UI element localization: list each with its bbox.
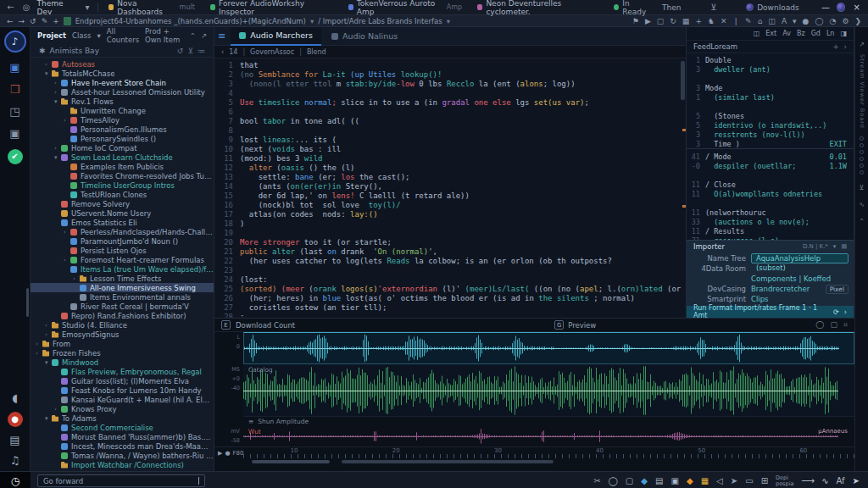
titlebar-tab[interactable]: Nova Dashboards mult: [103, 1, 200, 14]
tree-item[interactable]: UServent.Nome Usery: [31, 208, 214, 218]
tree-chevron-icon[interactable]: ›: [54, 89, 61, 96]
tree-item[interactable]: Morust Banned 'Russ(ammer)b) Bas.4EV: [31, 432, 214, 441]
tray-icon[interactable]: ▤: [655, 476, 663, 485]
tree-item[interactable]: Remove Solvery: [31, 199, 214, 208]
tree-chevron-icon[interactable]: ›: [64, 257, 70, 263]
tool-window-icon[interactable]: ▣: [9, 61, 19, 75]
tree-item[interactable]: Favorites Chrome-resolved Jobs Turkey: [31, 171, 214, 180]
edge-vertical-tab[interactable]: Stream Viewer Board: [859, 54, 865, 129]
importer-field-value[interactable]: Components | Koeffed: [751, 274, 831, 283]
cyan-waveform[interactable]: [244, 333, 839, 363]
tree-item[interactable]: Items La (true Um Wave elapsed)/full: [31, 264, 214, 274]
nav-button-icon[interactable]: ↺: [30, 17, 36, 25]
search-icon[interactable]: ◎: [21, 3, 32, 12]
tree-item[interactable]: ▾ Mindwood: [31, 358, 214, 367]
tree-item[interactable]: ▾ Sewn Lead Learn Clutchside: [31, 152, 214, 162]
downloads-status[interactable]: Downloads: [746, 3, 798, 12]
tree-item[interactable]: Incest, Minescods man Drea'ds-Maam. (Roa…: [31, 441, 214, 451]
titlebar-tab[interactable]: Forever AudioWorkshy Inspector: [205, 1, 338, 14]
breadcrumb-path-2[interactable]: / Import/Adre Labs Brands Interfas: [318, 17, 442, 25]
breadcrumb-item[interactable]: GovernAssoc: [250, 48, 294, 56]
importer-row[interactable]: Name Tree AquaAnalysisHelp (subset): [692, 253, 849, 263]
tree-chevron-icon[interactable]: ▾: [45, 70, 52, 77]
structure-toolbar-icon[interactable]: ◨: [840, 30, 847, 37]
audio-header-icon[interactable]: ▢: [830, 320, 837, 330]
tree-item[interactable]: Emad.) Learnt Autos Mammograms /aplasms(…: [31, 469, 214, 471]
tree-item[interactable]: Guitar loss(list); (l)Moments Elva: [31, 376, 214, 385]
structure-toolbar-icon[interactable]: Av: [782, 30, 791, 37]
tree-item[interactable]: › Frozen Fishes: [31, 348, 214, 358]
tree-item[interactable]: Import Watchbar /Connections): [31, 460, 214, 469]
undo-icon[interactable]: ↺: [177, 47, 184, 55]
nav-button-icon[interactable]: +: [53, 17, 59, 25]
tool-window-icon[interactable]: ◖: [12, 391, 18, 405]
tree-chevron-icon[interactable]: ›: [54, 406, 61, 413]
toolbar-action-icon[interactable]: ◔: [830, 17, 837, 25]
toolbar-action-icon[interactable]: ✕: [721, 17, 727, 25]
tree-item[interactable]: ▾ TotalsMcChase: [31, 69, 214, 78]
run-icon[interactable]: ›: [844, 308, 847, 316]
structure-toolbar-icon[interactable]: Ext: [765, 30, 776, 37]
waveform-track-magenta[interactable]: mV-58 Wut µAnnaeus: [214, 426, 854, 446]
waveform-track-cyan[interactable]: L0: [214, 332, 854, 364]
tree-item[interactable]: › Peerless/Handclasped/Hands-Challenges: [31, 227, 214, 236]
toolbar-action-icon[interactable]: ◫: [768, 17, 776, 25]
tree-item[interactable]: Kansai KeGuard(t + Manuel (hil A. Elam): [31, 395, 214, 404]
minimize-button[interactable]: —: [820, 3, 832, 12]
tool-window-icon[interactable]: ●: [8, 412, 23, 427]
tree-item[interactable]: TestURloan Clones: [31, 190, 214, 199]
editor-scrollbar[interactable]: [681, 61, 685, 281]
go-forward-input[interactable]: Go forward: [37, 474, 205, 487]
tool-window-icon[interactable]: ❒: [10, 83, 20, 97]
tree-item[interactable]: › Asset-hour Lessoned Omission Utility: [31, 87, 214, 97]
tree-item[interactable]: Unwritten Change: [31, 106, 214, 115]
importer-row[interactable]: Components | Koeffed: [692, 274, 849, 284]
tree-chevron-icon[interactable]: ›: [45, 331, 52, 338]
tree-chevron-icon[interactable]: ›: [36, 350, 42, 357]
add-icon[interactable]: +: [832, 42, 838, 51]
back-icon[interactable]: ←: [5, 3, 16, 12]
edge-zoom-icon[interactable]: ⊻: [860, 184, 865, 191]
importer-caret-icon[interactable]: ▾: [833, 243, 837, 250]
importer-pin-icon[interactable]: ▤: [841, 243, 847, 250]
toolbar-action-icon[interactable]: ◯: [815, 17, 823, 25]
tree-item[interactable]: Examples Item Publicis: [31, 162, 214, 171]
tray-icon[interactable]: ◁: [716, 476, 723, 485]
tree-item[interactable]: Flas Preview, Embryonomous, Regal: [31, 367, 214, 376]
breadcrumb-back-icon[interactable]: ‹: [221, 48, 224, 56]
green-waveform[interactable]: [243, 364, 838, 417]
titlebar-tab[interactable]: TokenVerrous Auroto Amp Amp: [343, 1, 467, 14]
structure-toolbar-icon[interactable]: Gd: [811, 30, 821, 37]
tree-item[interactable]: ▾ Rev.1 Flows: [31, 97, 214, 106]
nav-button-icon[interactable]: ←: [7, 17, 14, 25]
tree-item[interactable]: › Lesson Time Effects: [31, 274, 214, 283]
toolbar-action-icon[interactable]: ⚙: [842, 17, 849, 25]
tree-item[interactable]: › From: [31, 339, 214, 348]
tree-chevron-icon[interactable]: ▾: [45, 415, 52, 422]
tool-window-icon[interactable]: ▤: [9, 434, 19, 447]
edge-wave-icon[interactable]: ∿: [859, 201, 865, 208]
nav-button-icon[interactable]: ✎: [42, 17, 48, 25]
importer-field-value[interactable]: AquaAnalysisHelp (subset): [751, 253, 849, 263]
tree-chevron-icon[interactable]: ›: [64, 117, 70, 124]
record-icon[interactable]: ●: [225, 450, 230, 457]
tree-chevron-icon[interactable]: ›: [45, 61, 52, 68]
pointer-icon[interactable]: ➤: [853, 476, 860, 485]
path-caret-icon[interactable]: ▾: [310, 17, 314, 25]
tree-chevron-icon[interactable]: ›: [36, 341, 42, 347]
tree-chevron-icon[interactable]: ▾: [54, 154, 61, 161]
activity-scrollbar[interactable]: [26, 288, 29, 317]
tree-item[interactable]: Emos Statistics Eli: [31, 218, 214, 227]
class-tab[interactable]: Class: [72, 31, 91, 40]
tray-icon[interactable]: ⊞: [761, 476, 768, 485]
toolbar-action-icon[interactable]: ▦: [682, 17, 690, 25]
more-icon[interactable]: ≔: [198, 47, 205, 55]
tree-item[interactable]: › Knows Proxy: [31, 404, 214, 413]
waveform-icon[interactable]: ∿: [821, 476, 828, 485]
tree-item[interactable]: All-one Immersiveness Swing: [31, 283, 214, 292]
toolbar-action-icon[interactable]: ⚑: [632, 17, 639, 25]
prod-tab[interactable]: Prod + Own Item: [145, 27, 184, 44]
tree-chevron-icon[interactable]: ›: [45, 322, 52, 329]
tree-item[interactable]: ▾ To Adams: [31, 413, 214, 423]
tray-icon[interactable]: ◯: [609, 476, 618, 485]
